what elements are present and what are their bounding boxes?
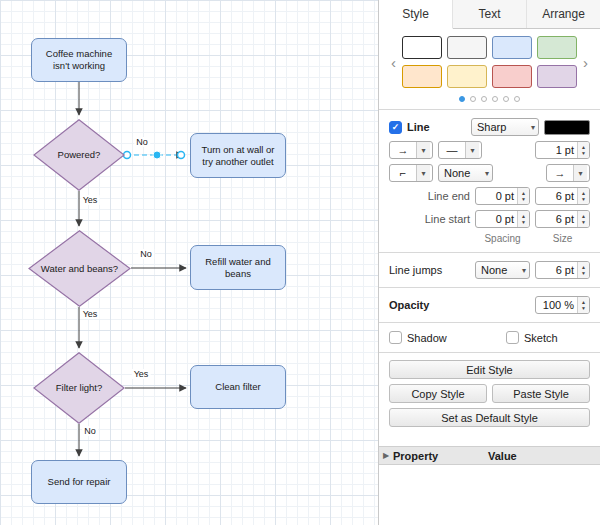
- node-label: Refill water and beans: [196, 256, 280, 280]
- stepper-arrows-icon[interactable]: ▲▼: [577, 262, 589, 278]
- line-section: ✓ Line Sharp ▾ → ▾ — ▾ 1 pt: [379, 110, 600, 253]
- stepper-arrows-icon[interactable]: ▲▼: [577, 142, 589, 158]
- line-end-label: Line end: [389, 190, 470, 202]
- edge-label-no[interactable]: No: [138, 249, 154, 259]
- stepper-arrows-icon[interactable]: ▲▼: [577, 211, 589, 227]
- line-end-size-stepper[interactable]: 6 pt ▲▼: [535, 187, 590, 205]
- spacing-column-label: Spacing: [475, 233, 530, 244]
- page-dot[interactable]: [492, 96, 498, 102]
- node-coffee-machine[interactable]: Coffee machine isn't working: [31, 38, 127, 82]
- dropdown-icon: ▾: [485, 169, 489, 178]
- stepper-arrows-icon[interactable]: ▲▼: [517, 188, 529, 204]
- stepper-arrows-icon[interactable]: ▲▼: [577, 188, 589, 204]
- edge-label-yes[interactable]: Yes: [81, 309, 100, 319]
- connector-select[interactable]: None ▾: [438, 164, 493, 182]
- line-start-label: Line start: [389, 213, 470, 225]
- drawio-app: Coffee machine isn't working Powered? Tu…: [0, 0, 600, 525]
- node-refill[interactable]: Refill water and beans: [190, 245, 286, 290]
- dropdown-icon: ▾: [531, 123, 535, 132]
- preset-page-dots: [389, 96, 590, 102]
- connector-value: None: [444, 167, 470, 179]
- line-width-stepper[interactable]: 1 pt ▲▼: [535, 141, 590, 159]
- page-dot[interactable]: [459, 96, 465, 102]
- solid-line-icon: —: [439, 142, 466, 158]
- node-water-beans[interactable]: Water and beans?: [28, 230, 131, 307]
- paste-style-button[interactable]: Paste Style: [492, 384, 590, 403]
- line-jumps-size-value: 6 pt: [536, 262, 577, 278]
- line-width-value: 1 pt: [536, 142, 577, 158]
- dropdown-icon: ▾: [574, 165, 587, 181]
- size-column-label: Size: [535, 233, 590, 244]
- tab-style[interactable]: Style: [379, 0, 453, 29]
- style-presets-section: ‹ ›: [379, 29, 600, 110]
- format-tabs: Style Text Arrange: [379, 0, 600, 29]
- sketch-checkbox[interactable]: [506, 331, 519, 344]
- style-preset-swatch[interactable]: [447, 65, 487, 88]
- expand-caret-icon[interactable]: ▶: [379, 451, 393, 460]
- tab-arrange[interactable]: Arrange: [527, 0, 600, 28]
- property-column-header: Property: [393, 450, 488, 462]
- page-dot[interactable]: [503, 96, 509, 102]
- edge-waypoint-handle[interactable]: [153, 151, 161, 159]
- waypoints-combo[interactable]: ⌐ ▾: [389, 164, 433, 182]
- opacity-stepper[interactable]: 100 % ▲▼: [535, 296, 590, 314]
- page-dot[interactable]: [514, 96, 520, 102]
- presets-next-icon[interactable]: ›: [581, 55, 590, 70]
- edge-target-handle[interactable]: [178, 152, 185, 159]
- node-clean-filter[interactable]: Clean filter: [190, 365, 286, 409]
- node-turn-on-wall[interactable]: Turn on at wall or try another outlet: [190, 133, 286, 178]
- value-column-header: Value: [488, 450, 517, 462]
- line-jumps-section: Line jumps None ▾ 6 pt ▲▼: [379, 253, 600, 288]
- style-preset-swatch[interactable]: [492, 65, 532, 88]
- node-filter-light[interactable]: Filter light?: [33, 352, 125, 424]
- style-preset-swatch[interactable]: [447, 36, 487, 59]
- page-dot[interactable]: [481, 96, 487, 102]
- edit-style-button[interactable]: Edit Style: [389, 360, 590, 379]
- presets-prev-icon[interactable]: ‹: [389, 55, 398, 70]
- page-dot[interactable]: [470, 96, 476, 102]
- line-jumps-size-stepper[interactable]: 6 pt ▲▼: [535, 261, 590, 279]
- edge-label-no[interactable]: No: [82, 426, 98, 436]
- line-jumps-select[interactable]: None ▾: [475, 261, 530, 279]
- waypoint-icon: ⌐: [390, 165, 417, 181]
- node-label: Send for repair: [48, 476, 111, 488]
- style-preset-swatch[interactable]: [402, 65, 442, 88]
- line-sharp-select[interactable]: Sharp ▾: [471, 118, 539, 136]
- line-color-button[interactable]: [544, 120, 590, 135]
- edge-label-yes[interactable]: Yes: [132, 369, 151, 379]
- edge-label-yes[interactable]: Yes: [81, 195, 100, 205]
- connection-arrow-combo[interactable]: → ▾: [389, 141, 433, 159]
- node-label: Powered?: [58, 149, 101, 161]
- dropdown-icon: ▾: [522, 266, 526, 275]
- line-label: Line: [407, 121, 466, 133]
- check-icon: ✓: [392, 122, 400, 132]
- diagram-canvas[interactable]: Coffee machine isn't working Powered? Tu…: [0, 0, 379, 525]
- line-style-combo[interactable]: — ▾: [438, 141, 482, 159]
- set-default-style-button[interactable]: Set as Default Style: [389, 408, 590, 427]
- line-end-spacing-stepper[interactable]: 0 pt ▲▼: [475, 187, 530, 205]
- stepper-arrows-icon[interactable]: ▲▼: [517, 211, 529, 227]
- style-preset-swatch[interactable]: [402, 36, 442, 59]
- node-send-repair[interactable]: Send for repair: [31, 460, 127, 504]
- copy-style-button[interactable]: Copy Style: [389, 384, 487, 403]
- line-start-spacing-stepper[interactable]: 0 pt ▲▼: [475, 210, 530, 228]
- opacity-label: Opacity: [389, 299, 530, 311]
- arrow-end-combo[interactable]: → ▾: [546, 164, 590, 182]
- edge-label-no[interactable]: No: [134, 137, 150, 147]
- line-start-size-stepper[interactable]: 6 pt ▲▼: [535, 210, 590, 228]
- stepper-arrows-icon[interactable]: ▲▼: [577, 297, 589, 313]
- shadow-checkbox[interactable]: [389, 331, 402, 344]
- tab-text[interactable]: Text: [453, 0, 527, 28]
- line-checkbox[interactable]: ✓: [389, 121, 402, 134]
- opacity-section: Opacity 100 % ▲▼: [379, 288, 600, 323]
- node-powered[interactable]: Powered?: [33, 119, 125, 191]
- line-jumps-label: Line jumps: [389, 264, 470, 276]
- style-preset-swatch[interactable]: [492, 36, 532, 59]
- shadow-label: Shadow: [407, 332, 447, 344]
- style-preset-swatch[interactable]: [537, 36, 577, 59]
- style-preset-swatch[interactable]: [537, 65, 577, 88]
- effects-section: Shadow Sketch: [379, 323, 600, 353]
- node-label: Clean filter: [215, 381, 260, 393]
- arrow-icon: →: [390, 142, 417, 158]
- arrow-icon: →: [547, 165, 574, 181]
